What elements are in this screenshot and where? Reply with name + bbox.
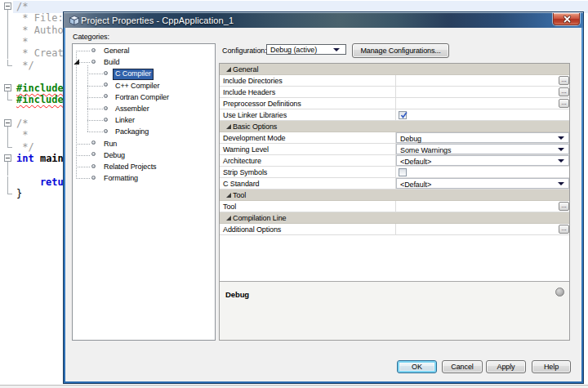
manage-configurations-button[interactable]: Manage Configurations... [352,43,449,58]
fold-marker-icon[interactable] [4,154,11,162]
property-value-cell: ... [396,75,569,86]
tree-item-general[interactable]: General [73,45,215,56]
property-value-cell: Some Warnings [396,144,569,154]
tree-item-formatting[interactable]: Formatting [73,172,215,184]
expand-toggle-icon[interactable] [74,59,79,65]
tree-connector-line [87,74,103,74]
ellipsis-button[interactable]: ... [559,202,569,211]
tree-node-icon [104,118,108,122]
ellipsis-button[interactable]: ... [559,76,569,85]
cancel-button[interactable]: Cancel [442,360,483,373]
section-label: Tool [233,190,246,200]
property-label: Tool [220,201,396,212]
property-row-additional-options: Additional Options... [220,224,569,235]
collapse-triangle-icon[interactable] [226,193,231,198]
tree-node-icon [104,83,108,87]
code-line-text: * [16,129,28,140]
combo-value: <Default> [400,158,431,167]
section-header-tool[interactable]: Tool [220,190,569,201]
collapse-triangle-icon[interactable] [226,67,231,72]
tree-connector-line [87,132,103,132]
code-line-text: /* [16,1,28,12]
section-label: Basic Options [233,122,277,132]
tree-item-debug[interactable]: Debug [73,149,215,161]
configuration-label: Configuration: [222,47,267,55]
collapse-triangle-icon[interactable] [226,124,231,129]
code-line-text: * Author [16,25,69,36]
code-token: /* [16,118,28,129]
ellipsis-button[interactable]: ... [559,87,569,96]
apply-button[interactable]: Apply [486,360,526,373]
configuration-select[interactable]: Debug (active) [266,44,346,55]
code-token: * Author [16,25,69,36]
tree-connector-line [76,144,91,145]
property-row-preprocessor-definitions: Preprocessor Definitions... [220,98,569,109]
help-button[interactable]: Help [532,360,571,373]
checkmark-icon [399,110,408,119]
section-header-compilation-line[interactable]: Compilation Line [220,212,569,224]
fold-guide-end [7,65,12,66]
property-label: Preprocessor Definitions [220,98,396,109]
code-line-text: * File: [16,12,64,24]
checkbox-strip-symbols-unchecked[interactable] [399,168,407,176]
tree-connector-line [87,97,103,98]
tree-item-label: Assembler [113,104,152,114]
ellipsis-button[interactable]: ... [559,99,569,108]
tree-node-icon [91,140,96,145]
tree-connector-line [76,167,91,167]
ellipsis-button[interactable]: ... [559,225,569,234]
property-combo-development-mode[interactable]: Debug [396,132,569,143]
code-token: #include [16,94,64,105]
property-row-development-mode: Development ModeDebug [220,132,569,144]
tree-item-linker[interactable]: Linker [73,114,215,126]
property-value-cell: ... [396,224,569,234]
dialog-titlebar[interactable]: Project Properties - CppApplication_1 [64,12,583,28]
tree-item-build[interactable]: Build [73,56,215,68]
collapse-triangle-icon[interactable] [226,216,231,221]
description-panel: Debug [220,282,569,340]
fold-marker-icon[interactable] [4,84,11,91]
tree-connector-line [87,86,103,87]
dialog-content: Categories: GeneralBuildC CompilerC++ Co… [65,28,581,381]
checkbox-use-linker-libraries-checked[interactable] [399,111,407,119]
code-line-text: #include [16,83,64,94]
tree-connector-line [76,51,91,51]
tree-item-c-compiler[interactable]: C Compiler [73,68,215,79]
property-combo-warning-level[interactable]: Some Warnings [396,144,569,154]
code-token: */ [16,60,34,71]
section-header-basic-options[interactable]: Basic Options [220,121,569,132]
tree-item-label: Linker [113,115,137,126]
code-line-text: */ [16,60,34,71]
tree-node-icon [104,106,108,110]
ok-button[interactable]: OK [397,360,437,373]
code-token [34,153,40,164]
property-value-cell: Debug [396,132,569,143]
tree-item-label: Formatting [101,173,140,184]
property-combo-architecture[interactable]: <Default> [396,155,569,166]
code-token: retur [16,176,69,188]
dialog-title: Project Properties - CppApplication_1 [81,12,234,28]
tree-item-run[interactable]: Run [73,138,215,149]
property-combo-c-standard[interactable]: <Default> [396,178,569,189]
section-header-general[interactable]: General [220,64,569,75]
property-value-cell: ... [396,98,569,109]
code-line-text: /* [16,118,28,129]
tree-node-icon [91,48,96,52]
tree-item-related-projects[interactable]: Related Projects [73,161,215,172]
property-value-cell [396,109,569,120]
tree-item-assembler[interactable]: Assembler [73,103,215,114]
tree-item-label: Debug [101,150,127,161]
fold-guide-line [7,141,8,147]
property-sheet: GeneralInclude Directories...Include Hea… [219,63,570,341]
tree-item-cpp-compiler[interactable]: C++ Compiler [73,80,215,91]
categories-tree: GeneralBuildC CompilerC++ CompilerFortra… [72,43,216,341]
tree-item-fortran-compiler[interactable]: Fortran Compiler [73,91,215,103]
close-button[interactable] [553,13,580,25]
tree-item-packaging[interactable]: Packaging [73,126,215,137]
fold-marker-icon[interactable] [4,2,11,10]
categories-label: Categories: [73,33,109,41]
tree-node-icon [104,71,108,75]
tree-connector-line [87,120,103,121]
fold-guide-end [7,100,12,100]
fold-marker-icon[interactable] [4,119,11,127]
